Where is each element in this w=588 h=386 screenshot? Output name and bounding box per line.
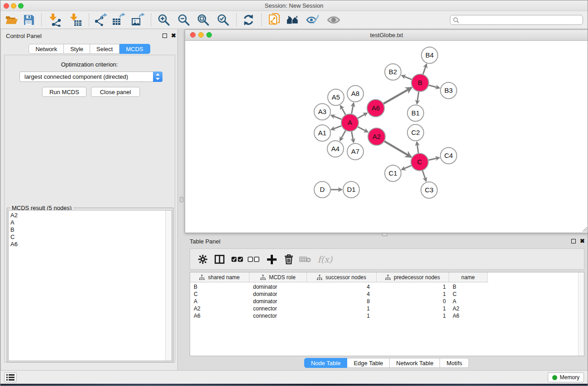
tab-select[interactable]: Select [90, 44, 120, 54]
table-row[interactable]: A2connector11A2 [190, 305, 584, 312]
edge-A2-C[interactable] [384, 141, 411, 157]
export-network-button[interactable] [94, 13, 107, 27]
edge-C-C3[interactable] [422, 171, 426, 181]
result-item[interactable]: B [9, 226, 172, 234]
zoom-out-button[interactable] [177, 13, 191, 27]
edge-A-A4[interactable] [340, 131, 345, 141]
network-canvas[interactable]: AA1A2A3A4A5A6A7A8BB1B2B3B4CC1C2C3C4DD1 [185, 41, 588, 233]
zoom-fit-button[interactable] [196, 13, 210, 27]
edge-C-C1[interactable] [402, 166, 411, 170]
deselect-all-button[interactable] [247, 253, 260, 266]
node-A8[interactable]: A8 [347, 86, 363, 102]
table-row[interactable]: Bdominator41B [190, 283, 584, 291]
run-mcds-button[interactable]: Run MCDS [42, 87, 86, 97]
node-A[interactable]: A [341, 114, 359, 131]
node-A2[interactable]: A2 [368, 128, 385, 145]
first-neighbors-button[interactable] [287, 13, 300, 27]
edge-C-C4[interactable] [429, 157, 440, 160]
edge-A-A5[interactable] [340, 105, 345, 114]
table-options-button[interactable] [196, 253, 210, 266]
import-table-button[interactable] [69, 13, 82, 27]
tab-style[interactable]: Style [64, 44, 90, 54]
close-table-panel-icon[interactable]: ✖ [580, 238, 585, 244]
function-builder-button[interactable]: f(x) [316, 253, 334, 266]
edge-B-B3[interactable] [429, 85, 439, 88]
delete-column-button[interactable] [282, 253, 296, 266]
criterion-dropdown[interactable]: largest connected component (directed) [19, 71, 163, 82]
node-B4[interactable]: B4 [421, 47, 438, 63]
node-D[interactable]: D [314, 181, 330, 198]
edge-B-B4[interactable] [423, 64, 427, 74]
close-panel-button[interactable]: Close panel [91, 87, 140, 97]
edge-A6-B[interactable] [383, 88, 411, 104]
result-item[interactable]: A6 [9, 241, 172, 248]
edge-A-A3[interactable] [331, 115, 342, 119]
edge-B-B1[interactable] [417, 92, 419, 104]
table-row[interactable]: Cdominator41C [190, 291, 584, 298]
edge-A-A6[interactable] [358, 113, 367, 118]
zoom-in-button[interactable] [157, 13, 171, 27]
column-header-shared-name[interactable]: shared name [190, 272, 249, 282]
close-panel-icon[interactable]: ✖ [171, 33, 176, 38]
add-column-button[interactable] [265, 253, 278, 266]
show-column-panel-button[interactable] [213, 253, 226, 266]
node-B2[interactable]: B2 [385, 64, 401, 80]
node-D1[interactable]: D1 [343, 181, 359, 198]
node-A4[interactable]: A4 [327, 141, 344, 157]
tab-network-table[interactable]: Network Table [390, 358, 440, 368]
show-panels-button[interactable] [4, 372, 17, 382]
node-C2[interactable]: C2 [407, 124, 424, 141]
edge-A-A1[interactable] [331, 126, 342, 130]
node-C1[interactable]: C1 [385, 165, 401, 181]
delete-table-button[interactable] [298, 253, 312, 266]
tab-edge-table[interactable]: Edge Table [347, 358, 390, 368]
edge-C-C2[interactable] [417, 142, 418, 153]
table-row[interactable]: Adominator80A [190, 298, 584, 305]
column-header-predecessor-nodes[interactable]: predecessor nodes [377, 272, 449, 282]
edge-B-B2[interactable] [402, 76, 411, 80]
table-scrollbar[interactable] [578, 272, 584, 356]
refresh-button[interactable] [242, 13, 255, 27]
node-C3[interactable]: C3 [421, 182, 437, 198]
column-header-MCDS-role[interactable]: MCDS role [249, 272, 307, 282]
vertical-divider-grip[interactable] [180, 197, 183, 202]
show-graphics-details-button[interactable] [327, 13, 340, 27]
node-B[interactable]: B [411, 74, 429, 91]
zoom-selected-button[interactable] [216, 13, 230, 27]
node-C[interactable]: C [411, 153, 428, 171]
import-network-button[interactable] [48, 13, 62, 27]
export-table-button[interactable] [112, 13, 125, 27]
new-network-from-selection-button[interactable] [268, 13, 282, 27]
float-panel-icon[interactable] [163, 33, 167, 38]
select-all-button[interactable] [230, 253, 244, 266]
tab-motifs[interactable]: Motifs [440, 358, 469, 368]
hide-selected-button[interactable] [306, 13, 320, 27]
tab-node-table[interactable]: Node Table [304, 358, 348, 368]
result-item[interactable]: C [9, 234, 172, 241]
node-A7[interactable]: A7 [347, 143, 363, 160]
table-row[interactable]: A6connector11A6 [190, 312, 584, 319]
edge-A-A2[interactable] [358, 127, 368, 132]
node-A3[interactable]: A3 [314, 104, 330, 120]
node-A6[interactable]: A6 [367, 100, 384, 117]
result-scrollbar[interactable] [165, 210, 172, 361]
open-session-button[interactable] [5, 13, 19, 27]
result-item[interactable]: A [9, 219, 172, 226]
node-A1[interactable]: A1 [314, 125, 330, 141]
node-B3[interactable]: B3 [440, 82, 457, 99]
node-A5[interactable]: A5 [328, 89, 344, 105]
tab-mcds[interactable]: MCDS [120, 44, 150, 54]
column-header-successor-nodes[interactable]: successor nodes [307, 272, 377, 282]
tab-network[interactable]: Network [29, 44, 64, 54]
result-item[interactable]: A2 [9, 210, 172, 219]
float-table-panel-icon[interactable] [571, 239, 576, 243]
column-header-name[interactable]: name [449, 272, 488, 282]
resize-grip-icon[interactable] [582, 226, 588, 232]
memory-button[interactable]: Memory [548, 372, 584, 382]
node-C4[interactable]: C4 [440, 148, 457, 164]
export-image-button[interactable] [131, 13, 145, 27]
search-input[interactable] [461, 16, 581, 25]
edge-A-A7[interactable] [352, 132, 354, 143]
save-session-button[interactable] [22, 13, 35, 27]
edge-A-A8[interactable] [352, 103, 354, 114]
